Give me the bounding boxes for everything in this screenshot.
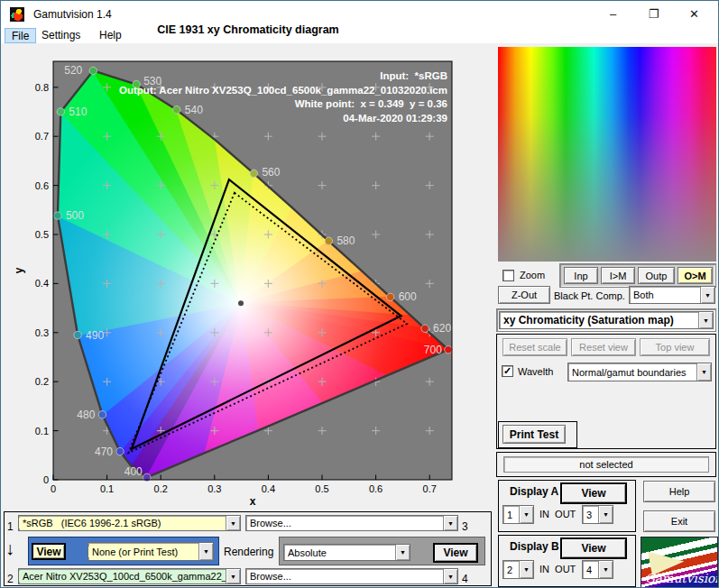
y-tick-label: 0.4 <box>35 278 49 289</box>
display-a-out-value: 3 <box>583 510 598 520</box>
y-tick-label: 0.8 <box>35 82 49 93</box>
wavelength-label-510: 510 <box>69 106 87 118</box>
wavelength-label-490: 490 <box>86 329 104 342</box>
y-axis-title: y <box>13 267 25 273</box>
chevron-down-icon[interactable]: ▼ <box>395 545 410 560</box>
chart-annotation-0: Input: *sRGB <box>380 70 447 81</box>
slot-2-label: 2 <box>7 573 14 585</box>
view-input-button[interactable]: View <box>32 543 66 560</box>
exit-button[interactable]: Exit <box>643 510 715 532</box>
wavelength-label-540: 540 <box>185 104 203 116</box>
reset-view-button[interactable]: Reset view <box>571 338 636 356</box>
chevron-down-icon[interactable]: ▼ <box>226 516 240 530</box>
x-tick-label: 0.2 <box>154 483 168 494</box>
display-a-title: Display A <box>510 485 558 498</box>
black-pt-comp-dropdown[interactable]: Both ▼ <box>629 286 715 304</box>
chart-annotation-3: 04-Mar-2020 01:29:39 <box>343 113 447 124</box>
chevron-down-icon[interactable]: ▼ <box>700 287 714 303</box>
close-button[interactable]: ✕ <box>674 1 714 27</box>
outp-button[interactable]: Outp <box>638 267 675 284</box>
z-out-button[interactable]: Z-Out <box>498 286 550 304</box>
window-title: Gamutvision 1.4 <box>33 8 112 21</box>
wavelength-dot-540 <box>173 106 180 114</box>
wavelength-label-400: 400 <box>124 465 143 478</box>
white-point-marker <box>238 300 244 306</box>
inp-button[interactable]: Inp <box>564 267 598 284</box>
display-b-out-dropdown[interactable]: 4 ▼ <box>582 560 613 579</box>
boundaries-value: Normal/gamut boundaries <box>568 367 696 378</box>
pattern-dropdown[interactable]: None (or Print Test) ▼ <box>88 542 214 561</box>
view-output-button[interactable]: View <box>433 543 478 563</box>
minimize-button[interactable]: – <box>593 1 633 27</box>
wavelength-label-500: 500 <box>66 209 84 222</box>
y-tick-label: 0 <box>43 474 49 485</box>
chevron-down-icon[interactable]: ▼ <box>443 569 457 583</box>
chromaticity-chart[interactable]: 5205305105405605806006207005004904804704… <box>8 44 488 510</box>
view-mode-dropdown[interactable]: xy Chromaticity (Saturation map) ▼ <box>499 311 714 329</box>
saturation-map-preview <box>498 47 716 262</box>
y-tick-label: 0.5 <box>35 229 49 240</box>
chevron-down-icon[interactable]: ▼ <box>696 363 711 381</box>
chevron-down-icon[interactable]: ▼ <box>443 516 457 530</box>
x-tick-label: 0.3 <box>207 483 221 494</box>
zoom-checkbox[interactable] <box>502 270 514 281</box>
browse-1-dropdown[interactable]: Browse... ▼ <box>245 515 458 531</box>
wavelength-dot-490 <box>74 331 81 338</box>
display-b-in-dropdown[interactable]: 2 ▼ <box>502 560 534 579</box>
display-b-view-button[interactable]: View <box>560 537 627 559</box>
slot-4-label: 4 <box>462 573 468 585</box>
display-a-inout-label: IN OUT <box>539 509 576 519</box>
chevron-down-icon[interactable]: ▼ <box>598 506 613 523</box>
wavelength-label-560: 560 <box>262 166 280 179</box>
print-test-button[interactable]: Print Test <box>502 425 566 444</box>
chevron-down-icon[interactable]: ▼ <box>519 561 533 578</box>
top-view-button[interactable]: Top view <box>640 338 710 356</box>
display-b-title: Display B <box>510 540 559 553</box>
display-b-in-value: 2 <box>503 565 519 575</box>
chevron-down-icon[interactable]: ▼ <box>698 312 713 328</box>
x-axis-title: x <box>250 495 256 508</box>
zoom-checkbox-label: Zoom <box>520 270 545 280</box>
browse-1-value: Browse... <box>246 518 443 528</box>
wavelength-label-480: 480 <box>77 409 95 421</box>
rendering-label: Rendering <box>224 546 273 558</box>
reset-scale-button[interactable]: Reset scale <box>502 338 567 356</box>
chevron-down-icon[interactable]: ▼ <box>519 506 533 523</box>
slot-1-label: 1 <box>7 520 14 533</box>
display-a-in-dropdown[interactable]: 1 ▼ <box>502 505 534 524</box>
help-button[interactable]: Help <box>643 481 715 502</box>
x-tick-label: 0 <box>51 483 56 494</box>
display-a-out-dropdown[interactable]: 3 ▼ <box>582 505 613 524</box>
wavelth-checkbox[interactable]: ✓ <box>502 365 513 377</box>
status-text: not selected <box>503 456 709 473</box>
chevron-down-icon[interactable]: ▼ <box>226 569 240 583</box>
maximize-button[interactable]: ❐ <box>633 1 674 27</box>
y-tick-label: 0.1 <box>35 426 49 436</box>
display-a-view-button[interactable]: View <box>560 482 627 504</box>
input-profile-value: *sRGB (IEC6 1996-2.1 sRGB) <box>19 518 226 528</box>
gamutvision-window: Gamutvision 1.4 – ❐ ✕ File Settings Help… <box>0 0 719 588</box>
boundaries-dropdown[interactable]: Normal/gamut boundaries ▼ <box>567 363 712 381</box>
status-frame: not selected <box>496 452 716 477</box>
slot-3-label: 3 <box>462 520 468 533</box>
o-to-m-button[interactable]: O>M <box>678 267 713 284</box>
down-arrow-icon: ↓ <box>5 538 14 559</box>
display-b-inout-label: IN OUT <box>539 564 576 574</box>
output-profile-dropdown[interactable]: Acer Nitro XV253Q_100cd_6500k_gamma22_01… <box>18 568 241 584</box>
wavelength-label-580: 580 <box>336 234 355 247</box>
input-profile-dropdown[interactable]: *sRGB (IEC6 1996-2.1 sRGB) ▼ <box>18 515 241 531</box>
chevron-down-icon[interactable]: ▼ <box>598 561 613 578</box>
rendering-dropdown[interactable]: Absolute ▼ <box>283 544 410 561</box>
chart-annotation-1: Output: Acer Nitro XV253Q_100cd_6500k_ga… <box>119 85 447 96</box>
wavelength-dot-560 <box>250 170 257 177</box>
chevron-down-icon[interactable]: ▼ <box>198 543 213 560</box>
logo-text: Gamutvision <box>645 571 718 585</box>
wavelength-label-700: 700 <box>424 344 442 356</box>
i-to-m-button[interactable]: I>M <box>601 267 635 284</box>
display-a-in-value: 1 <box>503 510 519 520</box>
x-tick-label: 0.5 <box>315 483 328 494</box>
y-tick-label: 0.7 <box>35 131 49 142</box>
browse-2-dropdown[interactable]: Browse... ▼ <box>245 568 458 584</box>
wavelength-dot-520 <box>89 67 97 74</box>
wavelength-dot-620 <box>421 325 429 332</box>
